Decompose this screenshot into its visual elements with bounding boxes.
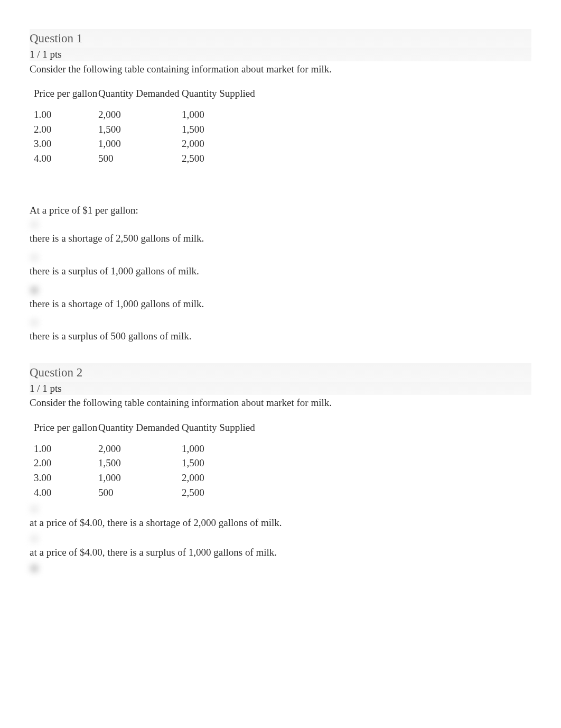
radio-hidden-icon	[31, 319, 38, 326]
question-points: 1 / 1 pts	[30, 382, 531, 395]
answer-option-text: at a price of $4.00, there is a shortage…	[30, 516, 531, 530]
table-row: 2.00 1,500 1,500	[34, 123, 256, 137]
question-title: Question 2	[30, 364, 531, 381]
table-row: 1.00 2,000 1,000	[34, 108, 256, 123]
answer-option	[30, 565, 531, 572]
table-header-qd: Quantity Demanded	[98, 421, 182, 442]
question-header: Question 2	[30, 363, 531, 382]
question-points: 1 / 1 pts	[30, 48, 531, 61]
question-2: Question 2 1 / 1 pts Consider the follow…	[30, 363, 531, 572]
question-header: Question 1	[30, 29, 531, 48]
table-row: 2.00 1,500 1,500	[34, 456, 256, 471]
radio-hidden-icon	[31, 565, 38, 572]
answer-option: there is a shortage of 2,500 gallons of …	[30, 221, 531, 245]
answer-option-text: there is a shortage of 2,500 gallons of …	[30, 232, 531, 245]
answer-option-text: there is a shortage of 1,000 gallons of …	[30, 297, 531, 311]
question-1: Question 1 1 / 1 pts Consider the follow…	[30, 29, 531, 343]
answer-option: at a price of $4.00, there is a surplus …	[30, 535, 531, 559]
milk-table-2: Price per gallon Quantity Demanded Quant…	[34, 421, 256, 500]
table-row: 3.00 1,000 2,000	[34, 471, 256, 486]
radio-hidden-icon	[31, 287, 38, 294]
answer-option: there is a surplus of 1,000 gallons of m…	[30, 254, 531, 278]
milk-table-1: Price per gallon Quantity Demanded Quant…	[34, 87, 256, 166]
table-row: 3.00 1,000 2,000	[34, 137, 256, 152]
question-title: Question 1	[30, 30, 531, 47]
answer-option: there is a surplus of 500 gallons of mil…	[30, 319, 531, 343]
question-prompt: Consider the following table containing …	[30, 396, 531, 410]
table-header-qd: Quantity Demanded	[98, 87, 182, 108]
table-row: 4.00 500 2,500	[34, 486, 256, 501]
radio-hidden-icon	[31, 254, 38, 261]
answer-option-text: there is a surplus of 1,000 gallons of m…	[30, 264, 531, 278]
radio-hidden-icon	[31, 535, 38, 542]
question-sub-prompt: At a price of $1 per gallon:	[30, 204, 531, 217]
answer-option-text: at a price of $4.00, there is a surplus …	[30, 546, 531, 559]
answer-option: there is a shortage of 1,000 gallons of …	[30, 287, 531, 311]
radio-hidden-icon	[31, 221, 38, 228]
table-row: 1.00 2,000 1,000	[34, 442, 256, 457]
answer-option: at a price of $4.00, there is a shortage…	[30, 505, 531, 530]
table-header-price: Price per gallon	[34, 87, 98, 108]
table-header-qs: Quantity Supplied	[182, 421, 256, 442]
table-header-qs: Quantity Supplied	[182, 87, 256, 108]
table-header-price: Price per gallon	[34, 421, 98, 442]
question-prompt: Consider the following table containing …	[30, 62, 531, 76]
radio-hidden-icon	[31, 505, 38, 513]
table-row: 4.00 500 2,500	[34, 152, 256, 167]
answer-option-text: there is a surplus of 500 gallons of mil…	[30, 329, 531, 343]
